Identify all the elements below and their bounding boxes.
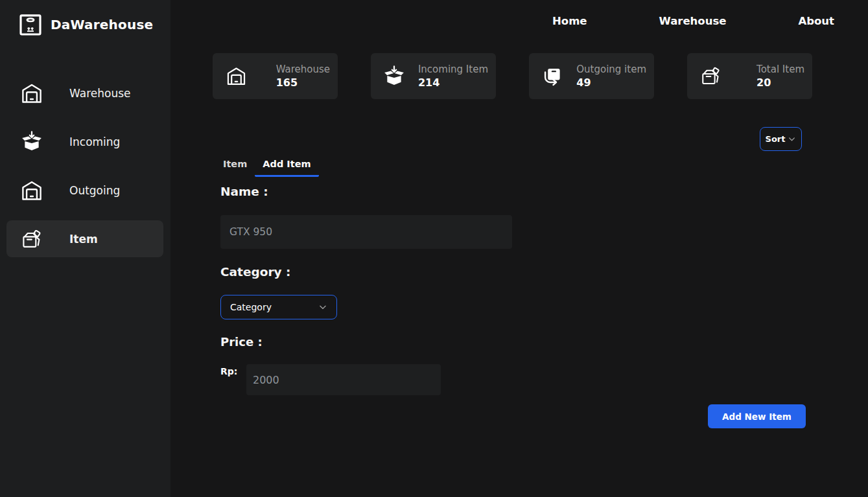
nav-about[interactable]: About (798, 15, 834, 27)
sort-button[interactable]: Sort (760, 127, 802, 151)
sidebar-item-label: Item (69, 233, 98, 246)
box-logo-icon (17, 12, 44, 38)
tab-item[interactable]: Item (215, 156, 255, 177)
stat-card-outgoing: Outgoing item 49 (529, 53, 654, 99)
sidebar: DaWarehouse Warehouse (0, 0, 170, 497)
stat-card-warehouse: Warehouse 165 (213, 53, 338, 99)
warehouse-icon (19, 81, 44, 106)
stat-label: Outgoing item (576, 63, 646, 76)
stat-value: 20 (757, 76, 804, 90)
tab-bar: Item Add Item (215, 156, 319, 177)
logo: DaWarehouse (17, 12, 153, 38)
sidebar-item-label: Warehouse (69, 87, 130, 100)
category-select[interactable]: Category (220, 295, 337, 319)
sidebar-menu: Warehouse Incoming (6, 75, 163, 257)
sidebar-item-item[interactable]: Item (6, 220, 163, 257)
stat-card-total-item: Total Item 20 (687, 53, 812, 99)
incoming-box-icon (382, 65, 406, 88)
item-box-icon (699, 65, 722, 88)
sidebar-item-outgoing[interactable]: Outgoing (6, 172, 163, 209)
sidebar-item-warehouse[interactable]: Warehouse (6, 75, 163, 111)
outgoing-box-icon (541, 65, 564, 88)
chevron-down-icon (318, 303, 327, 312)
stat-value: 49 (576, 76, 646, 90)
app-title: DaWarehouse (51, 17, 153, 32)
sidebar-item-incoming[interactable]: Incoming (6, 123, 163, 160)
tab-add-item[interactable]: Add Item (255, 156, 318, 177)
stat-value: 214 (418, 76, 488, 90)
nav-warehouse[interactable]: Warehouse (659, 15, 727, 27)
sidebar-item-label: Outgoing (69, 184, 120, 197)
incoming-box-icon (19, 130, 44, 154)
currency-label: Rp: (220, 366, 237, 376)
stat-label: Incoming Item (418, 63, 488, 76)
top-nav: Home Warehouse About (552, 15, 834, 27)
sort-button-label: Sort (766, 134, 786, 144)
stats-cards: Warehouse 165 Incoming Item 214 (213, 53, 812, 99)
stat-card-incoming: Incoming Item 214 (371, 53, 496, 99)
price-input[interactable] (246, 364, 441, 395)
nav-home[interactable]: Home (552, 15, 587, 27)
warehouse-icon (224, 65, 248, 88)
chevron-down-icon (788, 135, 796, 143)
item-box-icon (19, 227, 44, 251)
name-label: Name : (220, 185, 268, 198)
name-input[interactable] (220, 215, 512, 249)
warehouse-icon (19, 178, 44, 203)
stat-value: 165 (276, 76, 330, 90)
add-new-item-button[interactable]: Add New Item (708, 404, 806, 428)
category-select-value: Category (230, 302, 272, 312)
category-label: Category : (220, 265, 290, 279)
sidebar-item-label: Incoming (69, 135, 120, 148)
price-label: Price : (220, 335, 263, 349)
stat-label: Warehouse (276, 63, 330, 76)
stat-label: Total Item (757, 63, 804, 76)
